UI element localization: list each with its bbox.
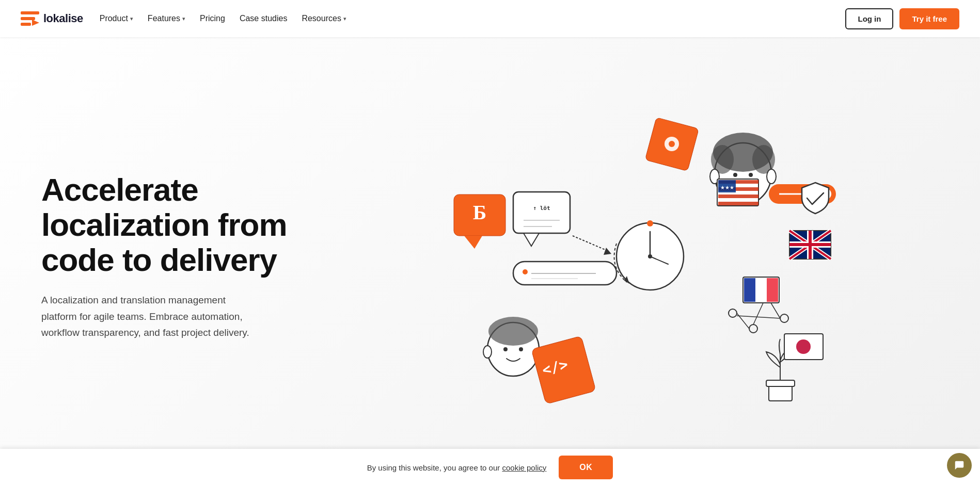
navigation: lokalise Product ▾ Features ▾ Pricing Ca… [0,0,980,37]
svg-marker-6 [464,236,482,249]
svg-rect-60 [718,195,758,198]
person-left [483,317,539,376]
chat-button[interactable] [947,453,972,478]
workflow-clock [614,220,684,290]
svg-rect-0 [21,11,39,14]
cookie-bar: By using this website, you agree to our … [0,449,980,486]
svg-rect-2 [21,23,31,26]
cookie-message: By using this website, you agree to our … [367,463,547,472]
svg-point-56 [669,141,675,147]
cookie-ok-button[interactable]: OK [559,456,613,479]
svg-point-27 [503,347,508,351]
code-block-orange: </> [531,336,596,404]
input-field-illustration [513,262,617,285]
svg-marker-14 [604,248,611,255]
svg-rect-8 [513,192,570,233]
login-button[interactable]: Log in [845,8,893,29]
features-chevron-icon: ▾ [182,15,185,22]
logo[interactable]: lokalise [21,11,83,26]
svg-point-49 [767,169,776,184]
nav-links: Product ▾ Features ▾ Pricing Case studie… [100,14,346,23]
svg-line-37 [753,302,764,325]
svg-point-35 [780,314,788,322]
svg-point-69 [796,339,811,354]
svg-rect-66 [756,278,765,302]
svg-text:Б: Б [473,201,486,224]
hero-subtitle: A localization and translation managemen… [41,292,258,341]
usa-flag: ★★★ [717,179,758,206]
nav-pricing[interactable]: Pricing [200,14,225,23]
svg-point-29 [483,346,492,358]
svg-text:★★★: ★★★ [720,185,734,190]
hero-illustration: Б ↑ löt [310,86,939,447]
svg-rect-41 [766,380,795,386]
hero-content: Accelerate localization from code to del… [41,172,310,362]
orange-square-icon [645,118,699,171]
speech-bubble-orange: Б [454,195,505,249]
japan-flag [784,334,823,360]
svg-marker-3 [32,20,39,26]
svg-point-20 [647,220,653,226]
uk-flag [789,231,831,259]
svg-line-13 [573,236,609,251]
nav-product[interactable]: Product ▾ [100,14,133,23]
hero-section: Accelerate localization from code to del… [0,37,980,486]
svg-point-33 [749,325,757,333]
france-flag [743,277,779,303]
logo-text: lokalise [43,12,83,25]
svg-point-32 [729,309,737,317]
nav-features[interactable]: Features ▾ [148,14,185,23]
nav-case-studies[interactable]: Case studies [240,14,288,23]
svg-point-24 [523,269,528,274]
svg-rect-67 [767,278,778,302]
hero-title: Accelerate localization from code to del… [41,172,310,278]
svg-rect-1 [21,17,35,20]
logo-icon [21,11,39,26]
flow-arrow [573,236,611,255]
svg-rect-65 [744,278,755,302]
translation-bubble: ↑ löt [513,192,570,246]
svg-rect-61 [718,202,758,205]
nav-resources[interactable]: Resources ▾ [302,14,346,23]
try-free-button[interactable]: Try it free [899,8,959,29]
svg-marker-9 [524,233,539,246]
shield-check-icon [802,183,829,214]
svg-text:↑ löt: ↑ löt [533,205,550,212]
chat-icon [954,460,965,471]
svg-point-26 [488,317,538,346]
svg-line-39 [737,316,780,318]
svg-point-47 [749,173,753,177]
cookie-policy-link[interactable]: cookie policy [502,463,546,472]
resources-chevron-icon: ▾ [343,15,346,22]
illustration-svg: Б ↑ löt [413,86,836,447]
svg-point-28 [519,347,523,351]
nav-left: lokalise Product ▾ Features ▾ Pricing Ca… [21,11,346,26]
product-chevron-icon: ▾ [130,15,133,22]
svg-point-46 [733,173,737,177]
nav-right: Log in Try it free [845,8,959,29]
